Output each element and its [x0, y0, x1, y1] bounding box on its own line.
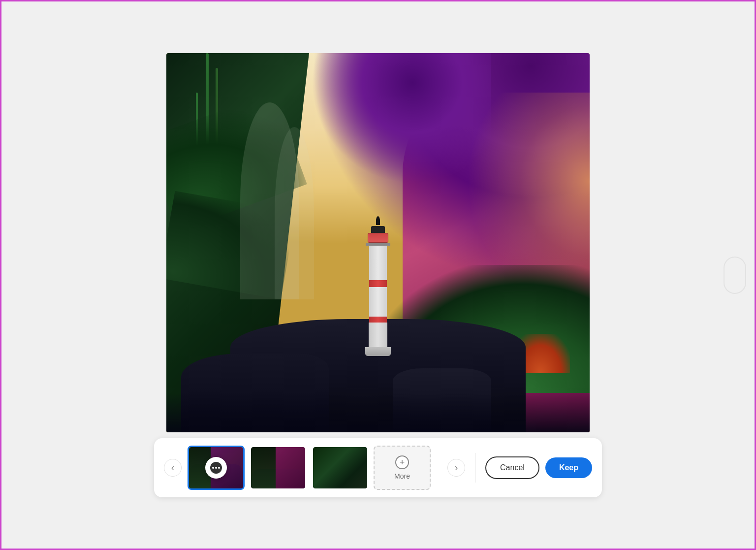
dot-3 — [218, 467, 220, 469]
speech-bubble-icon — [210, 462, 222, 474]
thumb3-scene — [313, 447, 367, 488]
lighthouse-hat — [371, 226, 385, 233]
prev-button[interactable]: ‹ — [164, 459, 182, 477]
next-button[interactable]: › — [447, 459, 465, 477]
thumbnail-1[interactable] — [188, 446, 245, 490]
cancel-button[interactable]: Cancel — [485, 456, 539, 479]
lighthouse-body-3 — [369, 323, 387, 347]
main-container: ‹ — [107, 53, 649, 497]
keep-button[interactable]: Keep — [545, 457, 592, 478]
more-plus-icon: + — [395, 455, 409, 469]
toolbar: ‹ — [154, 438, 602, 497]
thumb2-tree — [276, 447, 306, 488]
lighthouse-body-2 — [369, 287, 387, 317]
thumbnail-2[interactable] — [250, 446, 307, 490]
toolbar-divider — [475, 453, 475, 483]
lighthouse — [365, 216, 391, 356]
lighthouse-band-2 — [369, 317, 387, 323]
dots — [212, 467, 220, 469]
water-bottom — [166, 393, 590, 432]
lighthouse-base — [365, 347, 391, 356]
thumb3-scene-bg — [313, 447, 367, 488]
more-label: More — [394, 472, 410, 480]
lighthouse-band-1 — [369, 280, 387, 287]
thumbnail-3[interactable] — [312, 446, 369, 490]
thumb2-foliage — [251, 447, 276, 488]
mist-tree-2 — [275, 127, 314, 299]
lighthouse-body-1 — [369, 246, 387, 280]
more-button[interactable]: + More — [374, 446, 431, 490]
chevron-left-icon: ‹ — [171, 462, 175, 473]
thumbnails-row: + More — [188, 446, 441, 490]
dot-1 — [212, 467, 214, 469]
scroll-indicator — [724, 257, 746, 294]
main-image-frame — [166, 53, 590, 432]
image-scene — [166, 53, 590, 432]
action-buttons: Cancel Keep — [485, 456, 592, 479]
chevron-right-icon: › — [455, 462, 458, 473]
dot-2 — [215, 467, 217, 469]
thumb2-scene — [251, 447, 305, 488]
tree-branch-2 — [294, 53, 491, 201]
lighthouse-lightroom — [368, 233, 388, 243]
speech-bubble-overlay — [205, 457, 227, 479]
lighthouse-tip — [376, 216, 380, 225]
